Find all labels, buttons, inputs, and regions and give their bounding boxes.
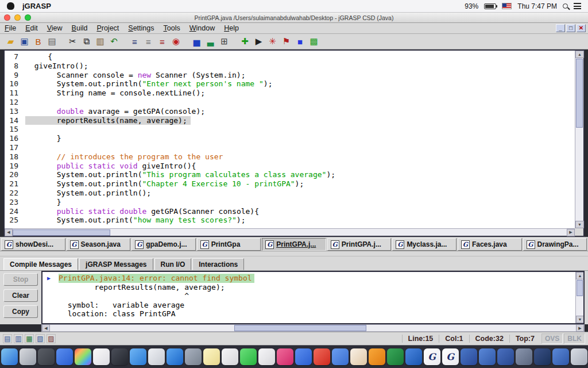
messages-vertical-scrollbar[interactable]: ▲ ▼ (575, 272, 583, 323)
editor-horizontal-scrollbar[interactable]: ◀ ▶ (5, 228, 575, 236)
messages-hscroll-thumb[interactable] (234, 325, 366, 331)
number-lines-icon[interactable]: ≡ (156, 36, 168, 48)
dock-music-icon[interactable] (277, 348, 293, 365)
statistics-icon[interactable]: ▃ (204, 36, 216, 48)
macos-app-name[interactable]: jGRASP (22, 2, 51, 10)
copy-icon[interactable]: ⧉ (80, 36, 92, 48)
undo-icon[interactable]: ↶ (108, 36, 120, 48)
dock-app-icon[interactable] (534, 348, 551, 365)
clear-button[interactable]: Clear (3, 289, 38, 302)
browse-files-icon[interactable]: B (32, 36, 44, 48)
pane-toggle-icon-1[interactable]: ▤ (3, 334, 12, 343)
editor-vertical-scrollbar[interactable]: ▲ ▼ (575, 51, 583, 228)
dock-app-icon[interactable] (479, 348, 496, 365)
tab-compile-messages[interactable]: Compile Messages (3, 258, 78, 270)
scroll-down-icon[interactable]: ▼ (576, 316, 584, 323)
pane-toggle-icon-2[interactable]: ▥ (14, 334, 23, 343)
dock-app-icon[interactable] (332, 348, 349, 365)
dock-app-icon[interactable] (185, 348, 202, 365)
menu-build[interactable]: Build (67, 24, 92, 32)
dock-app-icon[interactable] (295, 348, 312, 365)
editor-hscroll-thumb[interactable] (13, 229, 110, 236)
file-tab[interactable]: GPrintGPA.j... (327, 238, 392, 251)
menu-help[interactable]: Help (219, 24, 243, 32)
message-line[interactable]: symbol: variable average (42, 301, 575, 310)
notification-center-icon[interactable] (574, 3, 581, 9)
file-tab[interactable]: GPrintGpa (197, 238, 261, 251)
dock-notes-icon[interactable] (203, 348, 220, 365)
dock-jgrasp-icon[interactable]: G (424, 348, 440, 365)
dock-photos-icon[interactable] (75, 348, 91, 365)
menu-tools[interactable]: Tools (159, 24, 185, 32)
code-line[interactable]: 24 public static double getGPA(Scanner c… (5, 207, 575, 216)
code-line[interactable]: 12 (5, 98, 575, 107)
minimize-button[interactable]: _ (556, 24, 565, 32)
dock-app-icon[interactable] (552, 348, 569, 365)
run-icon[interactable]: ▶ (253, 36, 265, 48)
interactions-icon[interactable]: ▩ (308, 36, 320, 48)
open-file-icon[interactable]: ▰ (5, 36, 17, 48)
dock-mail-icon[interactable] (130, 348, 146, 365)
message-line[interactable]: reportResults(name, average); (42, 283, 575, 292)
messages-vscroll-thumb[interactable] (577, 280, 583, 296)
close-button[interactable]: ✕ (577, 24, 586, 32)
dock-app-icon[interactable] (516, 348, 532, 365)
code-line[interactable]: 11 String name = console.nextLine(); (5, 89, 575, 98)
scroll-up-icon[interactable]: ▲ (576, 272, 584, 279)
scroll-right-icon[interactable]: ▶ (567, 229, 575, 236)
menu-edit[interactable]: Edit (21, 24, 42, 32)
message-line[interactable]: ^ (42, 292, 575, 301)
scroll-left-icon[interactable]: ◀ (42, 324, 50, 332)
code-line[interactable]: 20 System.out.println("This program calc… (5, 170, 575, 179)
code-line[interactable]: 14 reportResults(name, average); (5, 116, 575, 125)
pane-toggle-icon-3[interactable]: ▦ (25, 334, 34, 343)
dock-app-icon[interactable] (222, 348, 238, 365)
restore-button[interactable]: □ (566, 24, 575, 32)
pane-toggle-icon-4[interactable]: ▧ (36, 334, 45, 343)
dock-app-icon[interactable] (93, 348, 110, 365)
pane-toggle-icon-5[interactable]: ▨ (47, 334, 56, 343)
menubar-clock[interactable]: Thu 7:47 PM (517, 2, 557, 10)
dock-finder-icon[interactable] (1, 348, 18, 365)
file-tab[interactable]: GMyclass.ja... (392, 238, 457, 251)
minimize-traffic-light[interactable] (14, 14, 21, 21)
dock-excel-icon[interactable] (387, 348, 404, 365)
scroll-right-icon[interactable]: ▶ (576, 324, 584, 332)
dock-camera-icon[interactable] (111, 348, 128, 365)
code-line[interactable]: 22 System.out.println(); (5, 189, 575, 198)
compile-icon[interactable]: ✚ (239, 36, 251, 48)
code-line[interactable]: 10 System.out.println("Enter next person… (5, 79, 575, 89)
dock-app-icon[interactable] (38, 348, 55, 365)
file-tab[interactable]: GDrawingPa... (523, 238, 587, 251)
dock-app-icon[interactable] (56, 348, 73, 365)
complexity-profile-icon[interactable]: ▅ (191, 36, 203, 48)
code-line[interactable]: 15 (5, 125, 575, 134)
tab-jgrasp-messages[interactable]: jGRASP Messages (79, 258, 153, 270)
freeze-pin-icon[interactable]: ◉ (170, 36, 182, 48)
code-line[interactable]: 9 Scanner console = new Scanner (System.… (5, 71, 575, 80)
menu-window[interactable]: Window (185, 24, 219, 32)
code-line[interactable]: 19 public static void giveIntro(){ (5, 162, 575, 171)
code-line[interactable]: 8 giveIntro(); (5, 62, 575, 71)
file-tab[interactable]: GshowDesi... (1, 238, 65, 251)
dock-safari-icon[interactable] (167, 348, 183, 365)
dock-app-icon[interactable] (461, 348, 477, 365)
code-line[interactable]: 23 } (5, 198, 575, 207)
csd-generate-icon[interactable]: ≡ (129, 36, 141, 48)
dock-messages-icon[interactable] (240, 348, 257, 365)
save-file-icon[interactable]: ▣ (18, 36, 30, 48)
file-tab[interactable]: GgpaDemo.j... (131, 238, 196, 251)
copy-button[interactable]: Copy (3, 305, 38, 318)
code-line[interactable]: 16 } (5, 134, 575, 143)
code-line[interactable]: 7 { (5, 52, 575, 62)
panel-splitter[interactable] (0, 251, 588, 256)
menu-project[interactable]: Project (92, 24, 123, 32)
spotlight-search-icon[interactable] (563, 3, 568, 9)
hierarchy-icon[interactable]: ⊞ (218, 36, 230, 48)
code-line[interactable]: 21 System.out.println("Chapter 4 Exercis… (5, 179, 575, 189)
dock-app-icon[interactable] (148, 348, 165, 365)
menu-view[interactable]: View (42, 24, 67, 32)
tab-interactions[interactable]: Interactions (192, 258, 244, 270)
cut-icon[interactable]: ✂ (67, 36, 79, 48)
editor-vscroll-thumb[interactable] (576, 59, 583, 128)
